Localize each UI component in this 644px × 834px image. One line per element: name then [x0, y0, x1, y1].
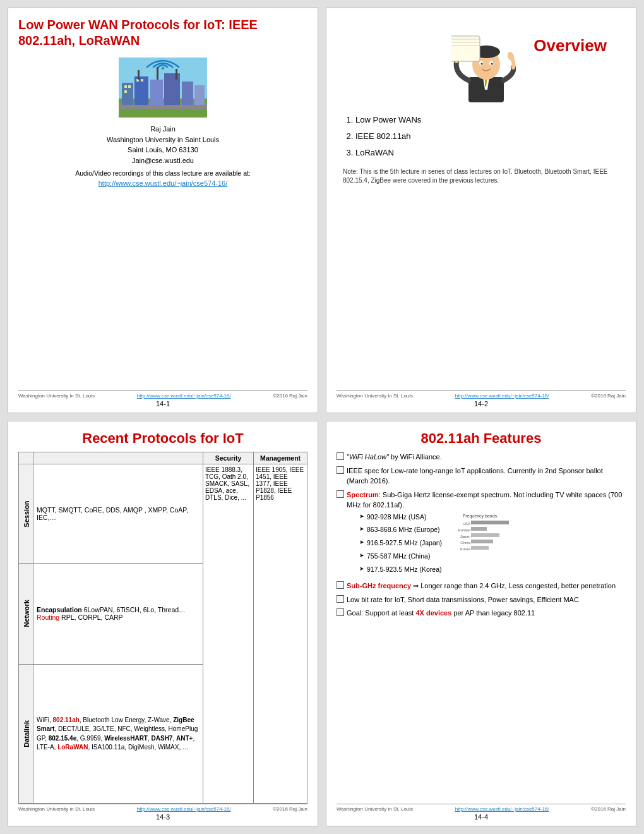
slide2-title: Overview [534, 36, 607, 56]
slide4-footer: Washington University in St. Louis http:… [337, 804, 626, 812]
svg-text:Korea: Korea [460, 547, 471, 551]
svg-point-14 [162, 67, 164, 70]
svg-rect-41 [471, 540, 493, 543]
svg-rect-9 [124, 85, 127, 88]
security-protocols: IEEE 1888.3, TCG, Oath 2.0, SMACK, SASL,… [203, 464, 254, 804]
svg-rect-7 [182, 82, 193, 105]
spectrum-list: 902-928 MHz (USA) 863-868.6 MHz (Europe)… [359, 512, 442, 578]
svg-point-26 [481, 63, 483, 65]
svg-rect-28 [451, 36, 480, 61]
slide2-list: Low Power WANs IEEE 802.11ah LoRaWAN [355, 112, 626, 161]
feature-item-5: Low bit rate for IoT, Short data transmi… [337, 595, 626, 605]
professor-figure [451, 17, 527, 106]
svg-rect-3 [122, 83, 133, 105]
spectrum-chart: Frequency bands USA Europe Japan China [448, 512, 524, 560]
svg-rect-11 [124, 90, 127, 93]
svg-text:China: China [460, 541, 470, 545]
slide1-author: Raj Jain Washington University in Saint … [18, 124, 307, 166]
feature-item-6: Goal: Support at least 4X devices per AP… [337, 608, 626, 619]
network-protocols: Encapsulation 6LowPAN, 6TiSCH, 6Lo, Thre… [33, 563, 203, 665]
overview-item-3: LoRaWAN [355, 145, 626, 161]
svg-rect-43 [471, 546, 489, 550]
svg-text:Frequency bands: Frequency bands [463, 514, 498, 519]
svg-rect-6 [164, 73, 180, 105]
svg-text:Europe: Europe [458, 528, 471, 532]
col-header-security: Security [203, 452, 254, 464]
checkbox-icon-1 [337, 452, 344, 460]
checkbox-icon-2 [337, 466, 344, 474]
slide-1: Low Power WAN Protocols for IoT: IEEE 80… [8, 8, 318, 413]
svg-rect-13 [141, 79, 143, 82]
svg-rect-10 [128, 85, 131, 88]
layer-network: Network [19, 563, 33, 665]
overview-item-2: IEEE 802.11ah [355, 128, 626, 145]
slide2-footer: Washington University in St. Louis http:… [337, 390, 626, 399]
slide2-number: 14-2 [337, 400, 626, 408]
layer-datalink: Datalink [19, 665, 33, 804]
slide-2: Overview Low Power WANs IEEE 802.11ah Lo… [326, 8, 636, 413]
svg-rect-15 [138, 70, 140, 80]
checkbox-icon-4 [337, 581, 344, 589]
overview-item-1: Low Power WANs [355, 112, 626, 128]
slide1-link[interactable]: http://www.cse.wustl.edu/~jain/cse574-16… [18, 179, 307, 187]
slide-grid: Low Power WAN Protocols for IoT: IEEE 80… [0, 0, 644, 834]
svg-rect-35 [471, 521, 509, 524]
slide1-number: 14-1 [18, 400, 307, 408]
management-protocols: IEEE 1905, IEEE 1451, IEEE 1377, IEEE P1… [254, 464, 307, 804]
datalink-protocols: WiFi, 802.11ah, Bluetooth Low Energy, Z-… [33, 665, 203, 804]
protocol-table: Security Management Session MQTT, SMQTT,… [18, 452, 307, 804]
svg-rect-37 [471, 527, 487, 531]
svg-rect-16 [157, 67, 158, 80]
slide2-header: Overview [337, 17, 626, 106]
feature-item-4: Sub-GHz frequency ⇒ Longer range than 2.… [337, 581, 626, 591]
checkbox-icon-5 [337, 595, 344, 603]
city-illustration [119, 57, 207, 118]
feature-item-3: Spectrum: Sub-Giga Hertz license-exempt … [337, 490, 626, 578]
slide4-number: 14-4 [337, 813, 626, 821]
svg-rect-5 [150, 80, 163, 105]
feature-item-1: "WiFi HaLow" by WiFi Alliance. [337, 452, 626, 462]
slide3-footer: Washington University in St. Louis http:… [18, 804, 307, 812]
slide3-number: 14-3 [18, 813, 307, 821]
svg-rect-17 [176, 69, 177, 80]
svg-point-27 [491, 63, 493, 65]
table-row-session: Session MQTT, SMQTT, CoRE, DDS, AMQP , X… [19, 464, 307, 564]
checkbox-icon-3 [337, 490, 344, 498]
feature-item-2: IEEE spec for Low-rate long-range IoT ap… [337, 466, 626, 486]
feature-list: "WiFi HaLow" by WiFi Alliance. IEEE spec… [337, 452, 626, 622]
slide3-title: Recent Protocols for IoT [18, 430, 307, 447]
layer-session: Session [19, 464, 33, 564]
session-protocols: MQTT, SMQTT, CoRE, DDS, AMQP , XMPP, CoA… [33, 464, 203, 564]
svg-rect-39 [471, 533, 499, 537]
slide-4: 802.11ah Features "WiFi HaLow" by WiFi A… [326, 421, 636, 826]
slide2-note: Note: This is the 5th lecture in series … [343, 167, 626, 185]
slide4-title: 802.11ah Features [337, 430, 626, 447]
col-header-management: Management [254, 452, 307, 464]
slide1-image [18, 57, 307, 118]
svg-text:Japan: Japan [460, 535, 470, 538]
svg-rect-8 [194, 85, 205, 105]
checkbox-icon-6 [337, 608, 344, 616]
slide1-title: Low Power WAN Protocols for IoT: IEEE 80… [18, 17, 307, 49]
slide1-footer: Washington University in St. Louis http:… [18, 390, 307, 399]
svg-text:USA: USA [463, 522, 470, 526]
slide-3: Recent Protocols for IoT Security Manage… [8, 421, 318, 826]
slide1-audio: Audio/Video recordings of this class lec… [18, 169, 307, 177]
